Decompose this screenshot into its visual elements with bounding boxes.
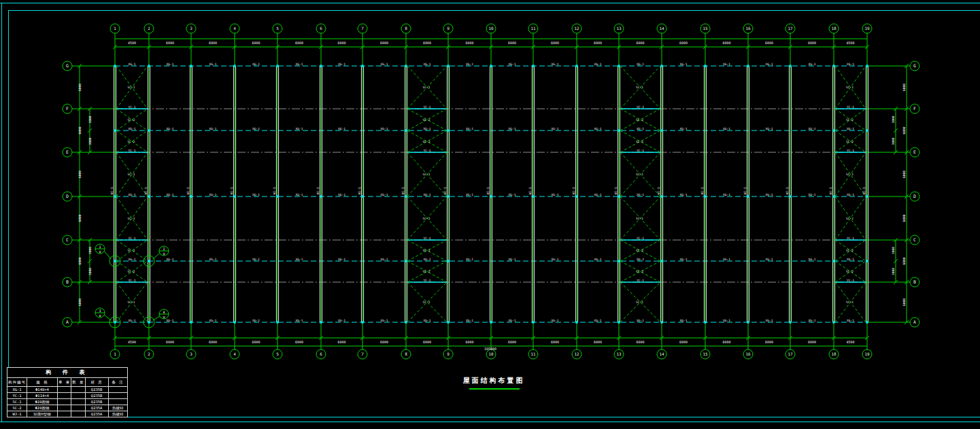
bubble-number: 4 — [233, 351, 236, 356]
bubble-number: 5 — [276, 26, 279, 31]
grid-bubble-bottom: 15 — [700, 349, 710, 359]
dim-text-left: 6000 — [78, 84, 82, 91]
tie-label: XG-1 — [766, 63, 773, 66]
brace-label: SC-1 — [423, 86, 430, 89]
tie-label: XG-1 — [252, 258, 260, 261]
tie-node — [148, 260, 150, 262]
tie-node — [148, 65, 150, 67]
callout-number: 4 — [163, 310, 165, 314]
bubble-number: 14 — [659, 351, 664, 356]
grid-bubble-left: G — [63, 61, 72, 71]
grid-bubble-top: 4 — [230, 24, 239, 33]
brace-label: SC-2 — [423, 270, 430, 273]
grid-bubble-top: 8 — [401, 24, 411, 33]
bubble-number: 7 — [361, 26, 364, 31]
grid-bubble-top: 19 — [862, 24, 872, 33]
member-schedule-table: 构 件 表构件编号规 格单 重数 量材 质备 注XG-1Φ140×4Q235BY… — [7, 367, 128, 417]
tie-label: XG-1 — [252, 319, 260, 322]
bubble-number: 11 — [530, 351, 536, 356]
bubble-number: 9 — [447, 26, 450, 31]
cad-viewport[interactable]: 1122334455667788991010111112121313141415… — [0, 0, 980, 429]
brace-label: SC-1 — [846, 301, 854, 304]
tie-label: XG-1 — [296, 258, 303, 261]
grid-bubble-right: C — [910, 235, 919, 245]
table-header-cell: 备 注 — [108, 378, 127, 387]
frame-member-label: WJ-1 — [743, 187, 747, 194]
bubble-number: 7 — [361, 351, 364, 356]
table-cell — [108, 387, 127, 393]
brace-label: SC-2 — [636, 118, 643, 122]
table-cell — [58, 399, 71, 405]
dim-text-top: 6000 — [808, 41, 816, 45]
tie-node — [114, 321, 116, 323]
grid-bubble-top: 7 — [358, 24, 367, 33]
brace-label: SC-1 — [423, 217, 430, 220]
tie-label: XG-1 — [424, 258, 431, 261]
tie-label: XG-1 — [637, 319, 644, 322]
table-cell — [58, 393, 71, 399]
brace-label: SC-1 — [128, 301, 135, 304]
tie-node — [575, 195, 577, 197]
strut-label: YC-1 — [847, 149, 854, 152]
bubble-letter: G — [913, 63, 916, 69]
cad-canvas[interactable]: 1122334455667788991010111112121313141415… — [0, 0, 980, 429]
tie-label: XG-1 — [594, 193, 602, 196]
dim-text-sub: 3000 — [892, 247, 895, 254]
table-cell: SC-2 — [7, 405, 27, 411]
tie-node — [490, 65, 492, 67]
dim-text-bottom: 6000 — [380, 340, 388, 344]
detail-callout: 1W — [95, 244, 120, 267]
table-cell: Q235B — [85, 393, 108, 399]
detail-callout: 2W — [143, 246, 169, 267]
dim-text-sub: 3000 — [88, 116, 92, 123]
table-cell — [71, 393, 85, 399]
frame-member-label: WJ-1 — [572, 187, 575, 194]
tie-node — [747, 321, 749, 323]
bubble-number: 3 — [190, 26, 192, 31]
tie-label: XG-1 — [723, 258, 730, 261]
grid-bubble-top: 15 — [700, 24, 710, 33]
tie-node — [447, 195, 449, 197]
table-cell — [108, 399, 127, 405]
dim-text-bottom: 6000 — [209, 340, 217, 344]
tie-node — [789, 195, 791, 197]
dim-text-top: 6000 — [252, 41, 260, 45]
grid-bubble-right: B — [910, 277, 919, 287]
tie-node — [405, 65, 407, 67]
tie-label: XG-1 — [381, 127, 388, 131]
tie-node — [114, 129, 116, 131]
table-row: SC-1Φ20圆钢Q235B — [7, 399, 128, 405]
bubble-number: 16 — [745, 351, 751, 356]
tie-label: XG-1 — [167, 63, 174, 66]
grid-bubble-bottom: 1 — [110, 349, 120, 359]
dim-text-top: 6000 — [380, 41, 388, 45]
strut-label: YC-1 — [637, 149, 644, 152]
tie-node — [532, 321, 534, 323]
grid-bubble-right: F — [910, 104, 919, 114]
table-cell: Φ20圆钢 — [27, 399, 58, 405]
bubble-number: 1 — [114, 26, 116, 31]
dim-text-left: 6000 — [78, 214, 82, 222]
tie-label: XG-1 — [167, 127, 174, 131]
tie-node — [114, 195, 116, 197]
bubble-letter: B — [66, 279, 69, 285]
grid-bubble-bottom: 7 — [358, 349, 367, 359]
tie-node — [866, 195, 868, 197]
tie-node — [190, 65, 192, 67]
tie-node — [575, 65, 577, 67]
table-header-cell: 单 重 — [58, 378, 71, 387]
grid-bubble-top: 2 — [144, 24, 154, 33]
grid-bubble-right: A — [910, 318, 919, 327]
tie-label: XG-1 — [509, 63, 516, 66]
table-header-cell: 构件编号 — [7, 378, 27, 387]
tie-node — [276, 321, 278, 323]
callout-leader — [104, 315, 111, 320]
grid-bubble-bottom: 4 — [230, 349, 239, 359]
callout-leader — [104, 251, 111, 259]
frame-member-label: WJ-1 — [614, 187, 618, 194]
table-cell — [58, 411, 71, 417]
table-cell: SC-1 — [7, 399, 27, 405]
bubble-letter: F — [913, 106, 916, 111]
tie-label: XG-1 — [424, 319, 431, 322]
table-cell — [58, 405, 71, 411]
